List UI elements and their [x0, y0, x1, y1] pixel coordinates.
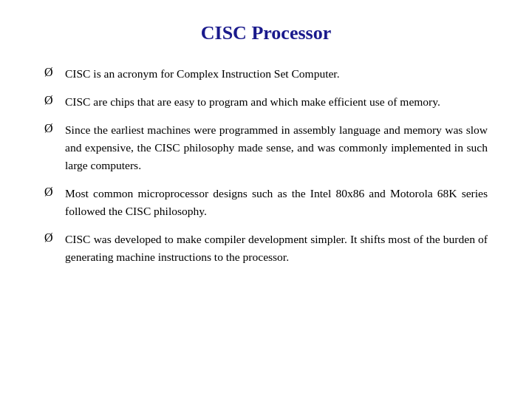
list-item: ØSince the earliest machines were progra…	[44, 121, 488, 174]
bullet-text-4: Most common microprocessor designs such …	[65, 185, 488, 220]
bullet-symbol: Ø	[44, 231, 58, 245]
bullet-text-1: CISC is an acronym for Complex Instructi…	[65, 65, 488, 83]
list-item: ØCISC was developed to make compiler dev…	[44, 231, 488, 266]
bullet-text-2: CISC are chips that are easy to program …	[65, 93, 488, 111]
bullet-text-3: Since the earliest machines were program…	[65, 121, 488, 174]
page: CISC Processor ØCISC is an acronym for C…	[0, 0, 532, 399]
page-title: CISC Processor	[44, 22, 488, 44]
bullet-symbol: Ø	[44, 94, 58, 107]
content-area: ØCISC is an acronym for Complex Instruct…	[44, 65, 488, 266]
bullet-symbol: Ø	[44, 185, 58, 199]
bullet-text-5: CISC was developed to make compiler deve…	[65, 231, 488, 266]
list-item: ØCISC is an acronym for Complex Instruct…	[44, 65, 488, 83]
bullet-symbol: Ø	[44, 66, 58, 79]
list-item: ØCISC are chips that are easy to program…	[44, 93, 488, 111]
bullet-symbol: Ø	[44, 122, 58, 135]
list-item: ØMost common microprocessor designs such…	[44, 185, 488, 220]
